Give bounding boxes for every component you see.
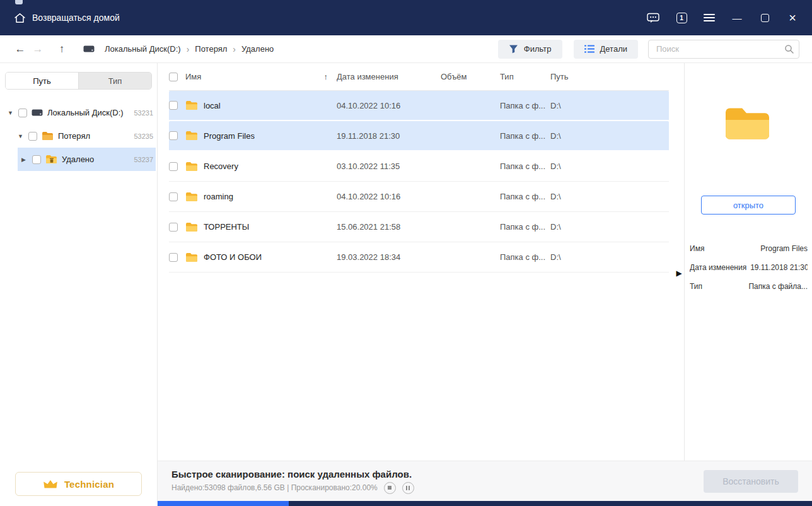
row-checkbox[interactable] xyxy=(169,192,178,201)
row-checkbox[interactable] xyxy=(169,253,178,262)
list-header: Имя ↑ Дата изменения Объём Тип Путь xyxy=(169,63,669,91)
close-button[interactable]: × xyxy=(787,11,798,24)
tree-item-lost[interactable]: ▼ Потерял 53235 xyxy=(14,124,156,148)
expander-icon[interactable]: ▼ xyxy=(18,133,26,139)
maximize-icon xyxy=(761,14,769,22)
file-date: 19.03.2022 18:34 xyxy=(337,252,441,262)
field-value: 19.11.2018 21:30 xyxy=(750,262,808,273)
tab-path[interactable]: Путь xyxy=(6,73,78,89)
file-date: 03.10.2022 11:35 xyxy=(337,162,441,171)
details-button[interactable]: Детали xyxy=(574,40,639,59)
preview-field-name: Имя Program Files xyxy=(690,244,808,254)
expander-icon[interactable]: ▶ xyxy=(21,156,30,163)
select-all-checkbox[interactable] xyxy=(169,73,178,81)
tree-item-count: 53237 xyxy=(130,156,153,163)
home-nav[interactable]: Возвращаться домой xyxy=(14,13,120,23)
status-bar: Быстрое сканирование: поиск удаленных фа… xyxy=(158,461,812,501)
titlebar-actions: 1 — × xyxy=(647,11,798,24)
field-label: Имя xyxy=(690,244,704,254)
details-label: Детали xyxy=(600,44,628,54)
home-label[interactable]: Возвращаться домой xyxy=(32,13,120,23)
file-date: 15.06.2021 21:58 xyxy=(337,222,441,232)
preview-folder-icon xyxy=(724,105,773,143)
column-header-name[interactable]: Имя ↑ xyxy=(185,72,337,81)
recover-button[interactable]: Восстановить xyxy=(704,470,798,493)
main-body: Путь Тип ▼ Локальный Диск(D:) 53231 ▼ xyxy=(0,63,812,506)
search-box xyxy=(648,40,799,59)
tree-item-label: Удалено xyxy=(62,155,94,164)
file-row[interactable]: ФОТО И ОБОИ 19.03.2022 18:34 Папка с ф..… xyxy=(169,242,669,273)
details-list-icon xyxy=(584,45,594,53)
pause-icon xyxy=(406,486,407,490)
folder-icon xyxy=(185,192,198,202)
breadcrumb-item-lost[interactable]: Потерял xyxy=(195,44,227,54)
tree-item-deleted[interactable]: ▶ Удалено 53237 xyxy=(18,148,156,171)
tree-checkbox[interactable] xyxy=(32,155,41,164)
license-button[interactable]: Technician xyxy=(15,472,142,496)
updates-icon[interactable]: 1 xyxy=(676,13,687,23)
content-row: Имя ↑ Дата изменения Объём Тип Путь loca… xyxy=(158,63,812,461)
breadcrumb-separator-icon: › xyxy=(233,44,236,54)
folder-icon xyxy=(185,222,198,232)
scan-progress-bar xyxy=(158,501,812,506)
up-button[interactable]: ↑ xyxy=(53,43,71,56)
column-header-type[interactable]: Тип xyxy=(500,72,550,81)
minimize-button[interactable]: — xyxy=(731,13,743,23)
expander-icon[interactable]: ▼ xyxy=(8,110,16,116)
filter-button[interactable]: Фильтр xyxy=(498,40,562,59)
row-checkbox[interactable] xyxy=(169,101,178,110)
row-checkbox[interactable] xyxy=(169,162,178,171)
tree-checkbox[interactable] xyxy=(18,109,27,117)
collapse-preview-handle[interactable]: ▶ xyxy=(674,269,684,278)
home-icon[interactable] xyxy=(14,13,26,23)
sort-asc-icon[interactable]: ↑ xyxy=(324,72,328,81)
drive-icon xyxy=(32,109,43,116)
file-row[interactable]: roaming 04.10.2022 10:16 Папка с ф... D:… xyxy=(169,182,669,212)
tree-item-count: 53235 xyxy=(130,132,153,140)
file-path: D:\ xyxy=(550,222,669,232)
breadcrumb-item-deleted[interactable]: Удалено xyxy=(241,44,274,54)
row-checkbox[interactable] xyxy=(169,131,178,140)
breadcrumb-item-disk[interactable]: Локальный Диск(D:) xyxy=(105,44,181,54)
file-row[interactable]: ТОРРЕНТЫ 15.06.2021 21:58 Папка с ф... D… xyxy=(169,212,669,242)
file-name: local xyxy=(204,101,221,110)
column-header-date[interactable]: Дата изменения xyxy=(337,72,441,81)
row-checkbox[interactable] xyxy=(169,223,178,232)
file-name: ФОТО И ОБОИ xyxy=(204,252,262,262)
maximize-button[interactable] xyxy=(759,14,770,22)
file-row[interactable]: local 04.10.2022 10:16 Папка с ф... D:\ xyxy=(169,91,669,121)
toolbar: ← → ↑ Локальный Диск(D:) › Потерял › Уда… xyxy=(0,35,812,63)
search-input[interactable] xyxy=(648,40,799,59)
file-path: D:\ xyxy=(550,101,669,110)
tree-item-disk[interactable]: ▼ Локальный Диск(D:) 53231 xyxy=(4,101,156,124)
right-column: Имя ↑ Дата изменения Объём Тип Путь loca… xyxy=(158,63,812,506)
tree-checkbox[interactable] xyxy=(28,132,37,141)
back-button[interactable]: ← xyxy=(11,43,29,56)
drive-icon xyxy=(83,45,95,52)
file-list: Имя ↑ Дата изменения Объём Тип Путь loca… xyxy=(158,63,684,461)
column-header-size[interactable]: Объём xyxy=(441,72,500,81)
deleted-folder-icon xyxy=(45,155,57,164)
folder-icon xyxy=(185,100,198,110)
file-name: ТОРРЕНТЫ xyxy=(204,222,249,232)
column-header-path[interactable]: Путь xyxy=(550,72,669,81)
file-type: Папка с ф... xyxy=(500,162,550,171)
search-icon[interactable] xyxy=(784,44,794,54)
feedback-icon[interactable] xyxy=(647,13,659,23)
file-name: Recovery xyxy=(204,162,238,171)
stop-scan-button[interactable] xyxy=(384,482,396,494)
menu-icon[interactable] xyxy=(704,14,715,21)
app-window: Возвращаться домой 1 — × ← → ↑ Локальный… xyxy=(0,0,812,506)
breadcrumb-separator-icon: › xyxy=(187,44,190,54)
sidebar: Путь Тип ▼ Локальный Диск(D:) 53231 ▼ xyxy=(0,63,158,506)
file-row[interactable]: Program Files 19.11.2018 21:30 Папка с ф… xyxy=(169,121,669,151)
scan-stats: Найдено:53098 файлов,6.56 GB | Просканир… xyxy=(171,483,378,492)
forward-button[interactable]: → xyxy=(29,43,47,56)
tab-type[interactable]: Тип xyxy=(78,73,151,89)
file-row[interactable]: Recovery 03.10.2022 11:35 Папка с ф... D… xyxy=(169,151,669,182)
open-button[interactable]: открыто xyxy=(701,196,796,215)
pause-scan-button[interactable] xyxy=(402,482,414,494)
tree-item-count: 53231 xyxy=(130,109,153,117)
stop-icon xyxy=(388,486,392,490)
file-date: 04.10.2022 10:16 xyxy=(337,192,441,201)
